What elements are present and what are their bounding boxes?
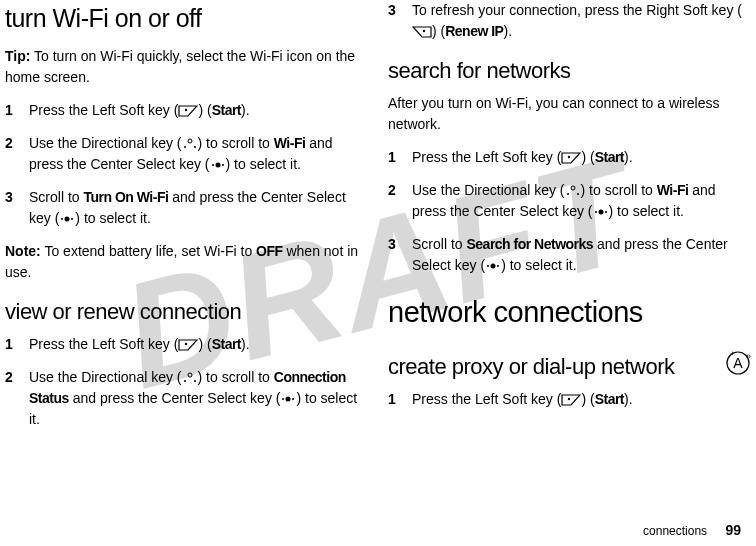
svg-point-15 [282, 398, 284, 400]
tip-body: To turn on Wi-Fi quickly, select the Wi-… [5, 48, 355, 85]
svg-point-23 [595, 211, 597, 213]
text-fragment: ). [624, 149, 633, 165]
svg-point-26 [487, 265, 489, 267]
tip-text: Tip: To turn on Wi-Fi quickly, select th… [5, 46, 368, 88]
step-row: 2 Use the Directional key () to scroll t… [388, 180, 751, 222]
heading-search-networks: search for networks [388, 54, 751, 87]
step-number: 2 [388, 180, 412, 222]
ui-label: OFF [256, 243, 283, 259]
step-text: Press the Left Soft key () (Start). [412, 389, 751, 410]
text-fragment: ) to select it. [609, 203, 684, 219]
step-row: 2 Use the Directional key () to scroll t… [5, 367, 368, 430]
svg-point-14 [286, 396, 291, 401]
svg-text:A: A [733, 355, 743, 371]
step-number: 1 [388, 147, 412, 168]
text-fragment: ) to scroll to [581, 182, 657, 198]
section-name: connections [643, 524, 707, 538]
text-fragment: ). [624, 391, 633, 407]
key-label: Start [595, 149, 624, 165]
step-number: 2 [5, 367, 29, 430]
directional-key-icon [182, 371, 198, 385]
svg-point-19 [571, 186, 575, 190]
left-soft-key-icon [561, 394, 581, 406]
page-footer: connections 99 [643, 522, 741, 538]
step-number: 3 [5, 187, 29, 229]
text-fragment: ) ( [581, 391, 594, 407]
key-label: Renew IP [445, 23, 503, 39]
right-column: 3 To refresh your connection, press the … [388, 0, 751, 442]
svg-point-8 [61, 218, 63, 220]
text-fragment: ) to select it. [501, 257, 576, 273]
left-column: turn Wi-Fi on or off Tip: To turn on Wi-… [5, 0, 368, 442]
directional-key-icon [182, 137, 198, 151]
step-text: Use the Directional key () to scroll to … [29, 367, 368, 430]
text-fragment: ) to select it. [75, 210, 150, 226]
heading-view-renew: view or renew connection [5, 295, 368, 328]
step-number: 3 [388, 0, 412, 42]
text-fragment: Scroll to [29, 189, 83, 205]
note-text: Note: To extend battery life, set Wi-Fi … [5, 241, 368, 283]
step-text: Scroll to Search for Networks and press … [412, 234, 751, 276]
ui-label: Wi-Fi [274, 135, 306, 151]
step-row: 1 Press the Left Soft key () (Start). [5, 334, 368, 355]
text-fragment: ) ( [432, 23, 445, 39]
key-label: Start [212, 336, 241, 352]
svg-point-6 [222, 164, 224, 166]
tip-label: Tip: [5, 48, 30, 64]
step-text: Use the Directional key () to scroll to … [29, 133, 368, 175]
svg-text:»: » [746, 351, 751, 361]
step-number: 1 [5, 334, 29, 355]
center-select-key-icon [485, 259, 501, 273]
svg-point-10 [185, 343, 187, 345]
svg-point-7 [65, 216, 70, 221]
text-fragment: ) to scroll to [198, 369, 274, 385]
svg-point-13 [194, 380, 196, 382]
svg-point-24 [605, 211, 607, 213]
step-text: Press the Left Soft key () (Start). [29, 334, 368, 355]
svg-point-0 [185, 109, 187, 111]
key-label: Start [212, 102, 241, 118]
text-fragment: Press the Left Soft key ( [412, 149, 561, 165]
text-fragment: Press the Left Soft key ( [29, 102, 178, 118]
step-row: 1 Press the Left Soft key () (Start). [388, 147, 751, 168]
center-select-key-icon [59, 212, 75, 226]
center-select-key-icon [593, 205, 609, 219]
step-row: 3 To refresh your connection, press the … [388, 0, 751, 42]
text-fragment: ) ( [198, 102, 211, 118]
text-fragment: and press the Center Select key ( [69, 390, 281, 406]
step-text: Scroll to Turn On Wi-Fi and press the Ce… [29, 187, 368, 229]
heading-network-connections: network connections [388, 291, 751, 335]
svg-point-5 [212, 164, 214, 166]
text-fragment: Use the Directional key ( [29, 135, 182, 151]
step-number: 1 [388, 389, 412, 410]
text-fragment: Use the Directional key ( [412, 182, 565, 198]
ui-label: Wi-Fi [657, 182, 689, 198]
step-row: 1 Press the Left Soft key () (Start). [5, 100, 368, 121]
svg-point-3 [194, 146, 196, 148]
center-select-key-icon [210, 158, 226, 172]
body-text: After you turn on Wi-Fi, you can connect… [388, 93, 751, 135]
text-fragment: ). [503, 23, 512, 39]
ui-label: Turn On Wi-Fi [83, 189, 168, 205]
svg-point-21 [577, 193, 579, 195]
svg-point-9 [71, 218, 73, 220]
svg-point-11 [188, 373, 192, 377]
step-number: 2 [5, 133, 29, 175]
step-number: 1 [5, 100, 29, 121]
svg-point-27 [497, 265, 499, 267]
center-select-key-icon [280, 392, 296, 406]
right-soft-key-icon [412, 26, 432, 38]
note-label: Note: [5, 243, 41, 259]
step-text: Press the Left Soft key () (Start). [29, 100, 368, 121]
svg-point-32 [568, 398, 570, 400]
text-fragment: ) ( [581, 149, 594, 165]
ui-label: Search for Networks [466, 236, 593, 252]
feature-availability-icon: A»+ [725, 350, 751, 376]
step-number: 3 [388, 234, 412, 276]
text-fragment: ). [241, 336, 250, 352]
step-text: To refresh your connection, press the Ri… [412, 0, 751, 42]
directional-key-icon [565, 184, 581, 198]
text-fragment: Press the Left Soft key ( [412, 391, 561, 407]
key-label: Start [595, 391, 624, 407]
step-text: Use the Directional key () to scroll to … [412, 180, 751, 222]
